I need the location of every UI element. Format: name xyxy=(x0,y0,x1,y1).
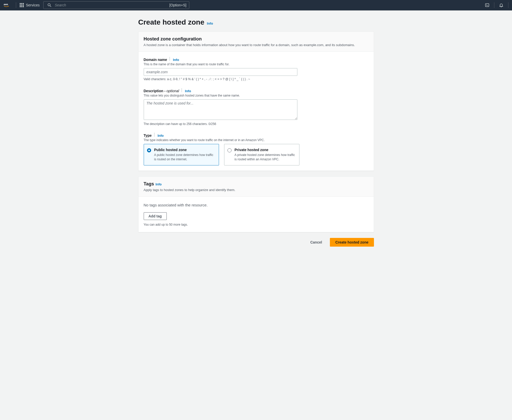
nav-divider xyxy=(16,2,16,8)
type-desc: The type indicates whether you want to r… xyxy=(144,138,369,142)
tags-title: Tags xyxy=(144,181,154,187)
nav-divider xyxy=(494,2,494,8)
services-menu[interactable]: Services xyxy=(20,3,40,7)
description-label: Description - optional xyxy=(144,89,179,93)
tags-subtitle: Apply tags to hosted zones to help organ… xyxy=(144,188,369,192)
action-row: Cancel Create hosted zone xyxy=(138,238,374,247)
description-field: Description - optional Info This value l… xyxy=(144,88,369,126)
description-help: The description can have up to 256 chara… xyxy=(144,122,369,126)
tags-info-link[interactable]: Info xyxy=(155,182,162,186)
description-info-link[interactable]: Info xyxy=(185,89,191,93)
tags-panel: Tags Info Apply tags to hosted zones to … xyxy=(138,176,374,232)
nav-divider xyxy=(508,2,508,8)
svg-line-2 xyxy=(50,6,51,7)
tags-help: You can add up to 50 more tags. xyxy=(144,223,369,227)
domain-name-label: Domain name xyxy=(144,58,167,62)
domain-info-link[interactable]: Info xyxy=(173,58,179,62)
search-shortcut: [Option+S] xyxy=(169,3,186,7)
type-public-desc: A public hosted zone determines how traf… xyxy=(154,153,215,162)
radio-unselected-icon xyxy=(227,148,232,152)
config-panel: Hosted zone configuration A hosted zone … xyxy=(138,32,374,171)
type-private-desc: A private hosted zone determines how tra… xyxy=(235,153,296,162)
create-hosted-zone-button[interactable]: Create hosted zone xyxy=(330,238,374,247)
cloudshell-icon[interactable] xyxy=(484,2,490,8)
domain-name-help: Valid characters: a-z, 0-9, ! " # $ % & … xyxy=(144,77,369,81)
tags-panel-header: Tags Info Apply tags to hosted zones to … xyxy=(139,177,374,197)
grid-icon xyxy=(20,3,24,7)
page-title-row: Create hosted zone Info xyxy=(138,18,374,26)
radio-selected-icon xyxy=(147,148,151,152)
notifications-icon[interactable] xyxy=(498,2,505,8)
domain-name-field: Domain name Info This is the name of the… xyxy=(144,57,369,81)
services-label: Services xyxy=(26,3,40,7)
search-icon xyxy=(46,2,53,8)
type-public-tile[interactable]: Public hosted zone A public hosted zone … xyxy=(144,144,219,165)
tags-empty-text: No tags associated with the resource. xyxy=(144,203,369,207)
global-search[interactable]: [Option+S] xyxy=(43,1,189,9)
type-private-tile[interactable]: Private hosted zone A private hosted zon… xyxy=(224,144,299,165)
description-input[interactable] xyxy=(144,99,297,120)
config-panel-title: Hosted zone configuration xyxy=(144,36,369,42)
type-info-link[interactable]: Info xyxy=(158,134,164,138)
aws-logo[interactable]: aws xyxy=(4,3,12,8)
search-input[interactable] xyxy=(55,3,167,7)
type-public-title: Public hosted zone xyxy=(154,148,215,152)
svg-point-1 xyxy=(48,4,50,6)
page-title: Create hosted zone xyxy=(138,18,204,26)
type-private-title: Private hosted zone xyxy=(235,148,296,152)
config-panel-subtitle: A hosted zone is a container that holds … xyxy=(144,43,369,47)
svg-text:aws: aws xyxy=(4,3,8,6)
type-label: Type xyxy=(144,133,152,138)
cancel-button[interactable]: Cancel xyxy=(305,238,327,247)
page-info-link[interactable]: Info xyxy=(207,22,213,25)
domain-name-input[interactable] xyxy=(144,68,297,76)
description-desc: This value lets you distinguish hosted z… xyxy=(144,93,369,98)
aws-logo-icon: aws xyxy=(4,3,12,8)
add-tag-button[interactable]: Add tag xyxy=(144,212,167,220)
top-nav: aws Services [Option+S] xyxy=(0,0,512,10)
config-panel-header: Hosted zone configuration A hosted zone … xyxy=(139,32,374,52)
domain-name-desc: This is the name of the domain that you … xyxy=(144,62,369,67)
type-field: Type Info The type indicates whether you… xyxy=(144,133,369,165)
